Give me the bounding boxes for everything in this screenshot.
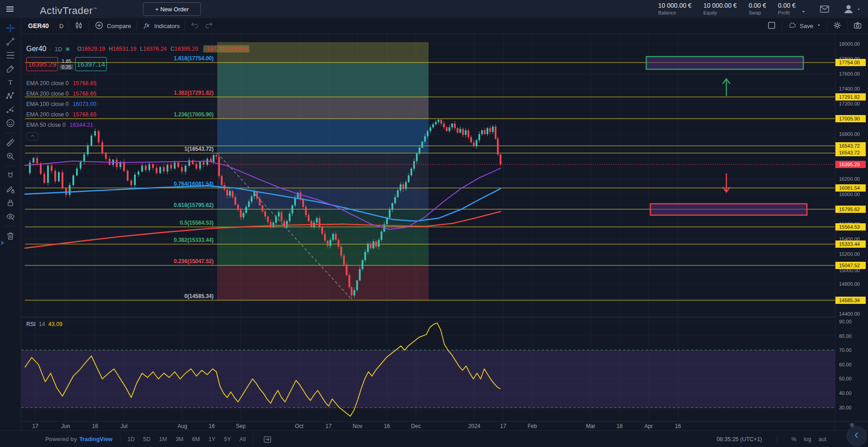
text-icon[interactable]: T bbox=[4, 76, 17, 89]
clock[interactable]: 08:35:25 (UTC+1) bbox=[716, 436, 762, 442]
remove-drawings-icon[interactable] bbox=[4, 229, 17, 243]
time-axis[interactable]: 17Jun16JulAug16SepOct17Nov16Dec202417Feb… bbox=[21, 421, 835, 430]
sell-price-button[interactable]: 16395.29 bbox=[26, 57, 58, 71]
stat-value: 0.00 € bbox=[778, 2, 796, 10]
indicator-legend: EMA 200 close 015768.65EMA 200 close 015… bbox=[26, 78, 249, 130]
svg-text:ƒx: ƒx bbox=[143, 22, 150, 28]
compare-button[interactable]: Compare bbox=[94, 20, 131, 32]
account-stat: 10 000.00 €Equity bbox=[703, 2, 737, 16]
redo-button[interactable] bbox=[204, 20, 214, 32]
divider bbox=[54, 21, 54, 30]
chart-legend: Ger40 · 1D O16529.19 H16531.19 L16376.24… bbox=[26, 45, 249, 140]
indicator-legend-row[interactable]: EMA 50 close 016344.21 bbox=[26, 120, 249, 130]
top-bar: ActivTrader™ + New Order 10 000.00 €Bala… bbox=[0, 0, 868, 18]
chart-area: 1.618(17754.00)1.382(17291.82)1.236(1700… bbox=[21, 34, 835, 421]
range-3m-button[interactable]: 3M bbox=[176, 436, 183, 442]
spread-top: 1.85 bbox=[62, 58, 71, 64]
settings-button[interactable] bbox=[832, 20, 842, 32]
rsi-tick-label: 40.00 bbox=[835, 389, 852, 397]
ruler-icon[interactable] bbox=[4, 136, 17, 149]
svg-text:0(14585.34): 0(14585.34) bbox=[184, 293, 214, 299]
divider bbox=[185, 21, 185, 30]
range-5d-button[interactable]: 5D bbox=[143, 436, 151, 442]
indicator-legend-row[interactable]: EMA 200 close 015768.65 bbox=[26, 88, 249, 99]
interval-button[interactable]: D bbox=[59, 23, 63, 29]
indicator-legend-row[interactable]: EMA 100 close 016073.00 bbox=[26, 99, 249, 109]
indicators-button[interactable]: ƒxIndicators bbox=[142, 20, 180, 32]
collapse-panel-button[interactable] bbox=[847, 426, 867, 446]
time-tick-label: 2024 bbox=[468, 423, 481, 429]
price-tick-label: 17200.00 bbox=[835, 100, 860, 107]
indicator-legend-row[interactable]: EMA 200 close 015768.65 bbox=[26, 78, 249, 88]
undo-icon bbox=[190, 20, 200, 32]
time-tick-label: Jul bbox=[120, 423, 127, 429]
range-1d-button[interactable]: 1D bbox=[128, 436, 135, 442]
magnet-icon[interactable] bbox=[4, 169, 17, 183]
range-all-button[interactable]: All bbox=[239, 436, 246, 442]
price-tick-label: 16200.00 bbox=[835, 175, 860, 183]
legend-collapse-button[interactable] bbox=[26, 132, 38, 140]
account-avatar[interactable] bbox=[842, 3, 862, 15]
svg-text:0.5(15564.53): 0.5(15564.53) bbox=[180, 220, 214, 226]
indicator-legend-row[interactable]: EMA 200 close 015768.65 bbox=[26, 109, 249, 120]
xabcd-pattern-icon[interactable] bbox=[4, 89, 17, 103]
percent-scale-button[interactable]: % bbox=[792, 436, 796, 442]
price-tick-label: 18000.00 bbox=[835, 40, 860, 48]
avatar-icon[interactable] bbox=[842, 3, 855, 15]
menu-icon[interactable] bbox=[5, 4, 16, 15]
divider bbox=[5, 226, 16, 226]
drawing-annotations[interactable] bbox=[646, 57, 807, 215]
range-6m-button[interactable]: 6M bbox=[192, 436, 200, 442]
emoji-icon[interactable] bbox=[4, 116, 17, 130]
panel-expand-chevron[interactable]: › bbox=[0, 237, 4, 247]
trend-line-icon[interactable] bbox=[4, 35, 17, 48]
indicator-label: EMA 200 close 0 bbox=[26, 80, 69, 87]
demand-zone-rect-red bbox=[650, 204, 807, 215]
layout-button[interactable] bbox=[767, 20, 777, 32]
current-price-label: 16395.29 bbox=[835, 161, 866, 168]
range-1y-button[interactable]: 1Y bbox=[209, 436, 215, 442]
compare-plus-icon bbox=[94, 20, 104, 32]
profit-caret-icon[interactable] bbox=[800, 8, 807, 15]
time-tick-label: 17 bbox=[32, 423, 38, 429]
fib-retracement-icon[interactable] bbox=[4, 48, 17, 62]
indicator-value: 15768.65 bbox=[73, 80, 96, 87]
new-order-button[interactable]: + New Order bbox=[143, 2, 201, 16]
avatar-caret-icon[interactable] bbox=[856, 6, 862, 12]
chevron-left-icon bbox=[852, 431, 861, 442]
stat-value: 0.00 € bbox=[749, 2, 766, 10]
hide-all-icon[interactable] bbox=[4, 210, 17, 223]
time-tick-label: Sep bbox=[236, 423, 245, 429]
svg-text:0.618(15795.62): 0.618(15795.62) bbox=[174, 202, 214, 208]
pencil-lock-icon[interactable] bbox=[4, 183, 17, 196]
chart-style-button[interactable] bbox=[74, 20, 84, 32]
time-tick-label: 17 bbox=[500, 423, 506, 429]
legend-symbol[interactable]: Ger40 bbox=[26, 45, 46, 53]
range-1m-button[interactable]: 1M bbox=[159, 436, 167, 442]
undo-button[interactable] bbox=[190, 20, 200, 32]
range-5y-button[interactable]: 5Y bbox=[224, 436, 231, 442]
mail-icon[interactable] bbox=[819, 3, 830, 15]
price-scale[interactable]: 18000.0017800.0017600.0017400.0017200.00… bbox=[835, 34, 868, 421]
camera-icon bbox=[853, 20, 863, 32]
time-tick-label: 16 bbox=[209, 423, 215, 429]
auto-scale-button[interactable]: aut bbox=[819, 436, 826, 442]
buy-price-button[interactable]: 16397.14 bbox=[75, 57, 107, 71]
zoom-in-icon[interactable] bbox=[4, 149, 17, 163]
stat-label: Equity bbox=[703, 10, 737, 16]
log-scale-button[interactable]: log bbox=[804, 436, 811, 442]
indicator-label: EMA 200 close 0 bbox=[26, 111, 69, 118]
time-tick-label: Jun bbox=[61, 423, 70, 429]
brush-icon[interactable] bbox=[4, 62, 17, 76]
symbol-button[interactable]: GER40 bbox=[28, 22, 49, 29]
forecast-icon[interactable] bbox=[4, 103, 17, 116]
snapshot-button[interactable] bbox=[853, 20, 863, 32]
tradingview-link[interactable]: TradingView bbox=[79, 436, 112, 442]
lock-all-icon[interactable] bbox=[4, 196, 17, 210]
rsi-period: 14 bbox=[39, 321, 45, 327]
go-to-date-icon[interactable] bbox=[262, 434, 272, 444]
svg-text:T: T bbox=[9, 79, 13, 86]
crosshair-icon[interactable] bbox=[4, 21, 17, 35]
rsi-tick-label: 50.00 bbox=[835, 375, 852, 382]
save-button[interactable]: Save bbox=[787, 20, 822, 32]
